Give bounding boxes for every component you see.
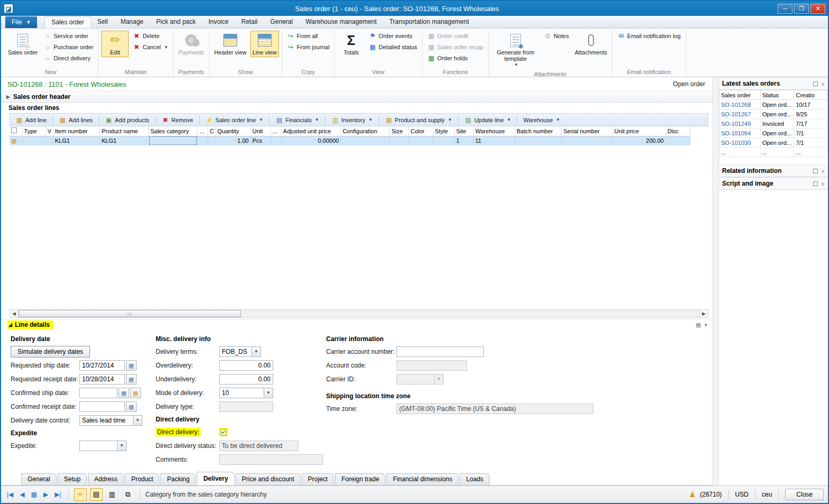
edit-mode-icon[interactable]: ✏	[74, 488, 87, 501]
expedite-value[interactable]	[79, 441, 118, 451]
order-events-button[interactable]: ⚑Order events	[366, 31, 419, 41]
product-and-supply-menu[interactable]: ▦Product and supply▼	[382, 115, 455, 125]
carrier-account-number-field[interactable]	[397, 346, 484, 357]
latest-sales-orders-header[interactable]: Latest sales orders ∨	[719, 77, 828, 90]
tab-invoice[interactable]: Invoice	[202, 16, 235, 28]
delete-button[interactable]: ✖Delete	[130, 31, 170, 41]
email-notification-log-button[interactable]: ✉Email notification log	[615, 31, 683, 41]
show-details-icon[interactable]: ▥	[106, 488, 119, 501]
col-size[interactable]: Size	[390, 126, 409, 136]
calendar-icon[interactable]: ▦	[126, 360, 137, 371]
tab-product[interactable]: Product	[125, 473, 159, 485]
next-record-icon[interactable]: ▶	[42, 490, 50, 499]
cell-product-name[interactable]: KLG1	[100, 136, 148, 145]
tab-packing[interactable]: Packing	[160, 473, 196, 485]
scroll-left-icon[interactable]: ◀	[10, 310, 19, 317]
col-color[interactable]: Color	[409, 126, 433, 136]
scrollbar-thumb[interactable]: |||	[19, 310, 241, 317]
horizontal-scrollbar[interactable]: ◀ ||| ▶	[10, 309, 708, 318]
requested-ship-date-field[interactable]: 10/27/2014	[79, 360, 125, 371]
chevron-down-icon[interactable]: ▼	[252, 346, 261, 357]
col-v[interactable]: V	[46, 126, 53, 136]
popout-icon[interactable]	[813, 169, 818, 173]
tab-pick-and-pack[interactable]: Pick and pack	[150, 16, 202, 28]
cell-v[interactable]	[46, 136, 53, 145]
line-details-chevron-icon[interactable]: ▾	[704, 322, 707, 328]
select-all-checkbox[interactable]	[11, 127, 17, 133]
chevron-down-icon[interactable]: ∨	[821, 168, 825, 174]
attachments-button[interactable]: Attachments	[573, 31, 609, 57]
fb-col-status[interactable]: Status	[760, 90, 794, 100]
sales-order-line-menu[interactable]: ⚡Sales order line▼	[202, 115, 266, 125]
col-adjusted-unit-price[interactable]: Adjusted unit price	[281, 126, 340, 136]
simulate-delivery-dates-button[interactable]: Simulate delivery dates	[11, 346, 90, 358]
cell-size[interactable]	[390, 136, 409, 145]
tab-warehouse-management[interactable]: Warehouse management	[299, 16, 383, 28]
col-quantity[interactable]: Quantity	[215, 126, 250, 136]
col-warehouse[interactable]: Warehouse	[473, 126, 515, 136]
detailed-status-button[interactable]: ▦Detailed status	[366, 42, 419, 52]
col-type[interactable]: Type	[22, 126, 46, 136]
company-indicator[interactable]: ceu	[762, 491, 772, 498]
edit-button[interactable]: ✏ Edit	[101, 31, 129, 57]
copy-from-journal-button[interactable]: ↪From journal	[285, 42, 332, 52]
col-configuration[interactable]: Configuration	[341, 126, 390, 136]
cell-sales-category[interactable]	[149, 136, 197, 145]
col-c[interactable]: C	[208, 126, 215, 136]
col-batch-number[interactable]: Batch number	[515, 126, 561, 136]
tab-delivery[interactable]: Delivery	[197, 472, 235, 485]
scroll-right-icon[interactable]: ▶	[699, 310, 708, 317]
cell-serial-number[interactable]	[562, 136, 612, 145]
inventory-menu[interactable]: ▥Inventory▼	[328, 115, 376, 125]
delivery-terms-combobox[interactable]: FOB_DS ▼	[219, 346, 261, 357]
financials-menu[interactable]: ▤Financials▼	[272, 115, 322, 125]
warehouse-menu[interactable]: Warehouse▼	[520, 116, 563, 124]
tab-setup[interactable]: Setup	[58, 473, 87, 485]
tab-retail[interactable]: Retail	[235, 16, 264, 28]
calendar-icon[interactable]: ▦	[126, 401, 137, 412]
delivery-date-control-value[interactable]: Sales lead time	[79, 415, 133, 426]
col-dots-2[interactable]: ...	[271, 126, 281, 136]
cell-dots-1[interactable]	[197, 136, 208, 145]
cell-unit[interactable]: Pcs	[250, 136, 271, 145]
cancel-button[interactable]: ✖Cancel▼	[130, 42, 170, 52]
tab-loads[interactable]: Loads	[459, 473, 490, 485]
update-line-menu[interactable]: ▤Update line▼	[461, 115, 515, 125]
col-product-name[interactable]: Product name	[100, 126, 148, 136]
fb-col-creation[interactable]: Creatio	[794, 90, 828, 100]
cell-warehouse[interactable]: 11	[473, 136, 515, 145]
vertical-scrollbar[interactable]	[713, 77, 719, 485]
chevron-down-icon[interactable]: ▼	[118, 441, 127, 451]
first-record-icon[interactable]: |◀	[5, 490, 15, 499]
requested-receipt-date-field[interactable]: 10/28/2014	[79, 374, 125, 384]
last-record-icon[interactable]: ▶|	[53, 490, 62, 499]
direct-delivery-checkbox[interactable]: ✔	[221, 429, 226, 436]
order-holds-button[interactable]: ▦Order holds	[425, 53, 485, 63]
line-view-button[interactable]: Line view	[250, 31, 279, 57]
fb-col-sales-order[interactable]: Sales order	[719, 90, 761, 100]
cell-quantity[interactable]: 1.00	[215, 136, 250, 145]
close-button[interactable]: Close	[785, 489, 824, 500]
cell-configuration[interactable]	[341, 136, 390, 145]
sales-order-link[interactable]: SO-101267	[719, 109, 761, 119]
chevron-down-icon[interactable]: ▼	[133, 415, 142, 426]
sales-order-link[interactable]: SO-101268	[719, 100, 761, 109]
grid-view-icon[interactable]: ▦	[30, 490, 39, 499]
tab-address[interactable]: Address	[88, 473, 124, 485]
tab-project[interactable]: Project	[302, 473, 334, 485]
related-information-header[interactable]: Related information ∨	[719, 164, 828, 177]
cell-c[interactable]	[208, 136, 215, 145]
totals-button[interactable]: Σ Totals	[337, 31, 365, 57]
cell-color[interactable]	[409, 136, 433, 145]
calendar-icon[interactable]: ▦	[126, 374, 137, 384]
cell-disc[interactable]	[665, 136, 690, 145]
notes-button[interactable]: ⊙Notes	[542, 31, 571, 41]
chevron-down-icon[interactable]: ▼	[264, 388, 273, 398]
tab-general[interactable]: General	[21, 473, 57, 485]
line-details-header[interactable]: ◢ Line details ▦ ▾	[1, 319, 713, 330]
chevron-down-icon[interactable]: ∨	[821, 81, 825, 87]
tab-financial-dimensions[interactable]: Financial dimensions	[386, 473, 458, 485]
purchase-order-button[interactable]: ☼Purchase order	[41, 42, 95, 52]
show-grid-icon[interactable]: ▤	[90, 488, 103, 501]
close-window-button[interactable]: ✕	[810, 4, 825, 14]
